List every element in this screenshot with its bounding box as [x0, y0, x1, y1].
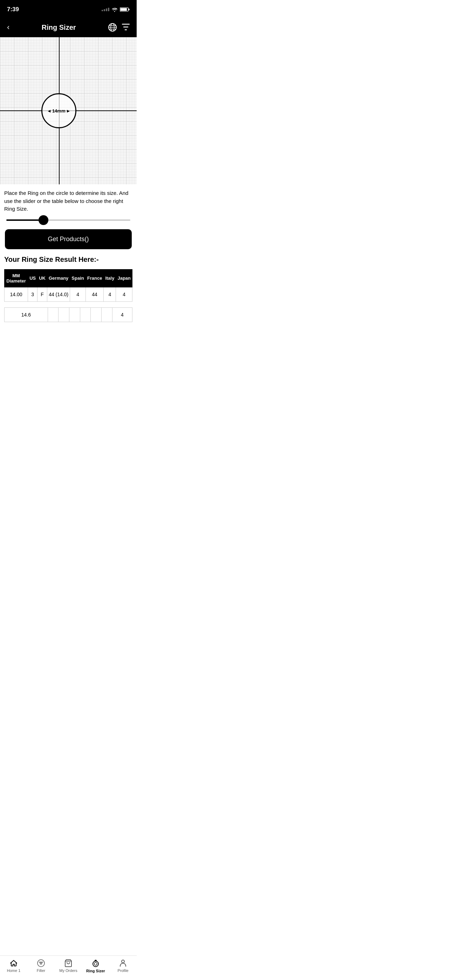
slider-fill	[6, 220, 43, 221]
col-mm: MM Diameter	[5, 269, 28, 287]
table-cell: F	[38, 287, 47, 301]
ring-circle: ◄ 14mm ►	[41, 93, 76, 128]
globe-icon[interactable]	[108, 23, 117, 32]
svg-rect-2	[120, 8, 127, 11]
cell-mm-2: 14.6	[5, 307, 48, 322]
diameter-value: 14mm	[52, 108, 65, 114]
col-spain: Spain	[70, 269, 86, 287]
wifi-icon	[111, 7, 118, 12]
cell-germany-2	[69, 307, 80, 322]
page-content: ◄ 14mm ► Place the Ring on the circle to…	[0, 37, 137, 356]
battery-icon	[120, 7, 130, 12]
signal-icon	[102, 8, 109, 11]
result-section: Your Ring Size Result Here:- MM Diameter…	[0, 256, 137, 307]
status-icons	[102, 7, 130, 12]
table-header-row: MM Diameter US UK Germany Spain France I…	[5, 269, 132, 287]
cell-uk-2	[59, 307, 69, 322]
ring-size-table-2: 14.6 4	[4, 307, 132, 322]
status-time: 7:39	[7, 6, 19, 13]
filter-header-icon[interactable]	[122, 23, 130, 32]
second-row-preview: 14.6 4	[0, 307, 137, 325]
cell-italy-2	[101, 307, 112, 322]
col-germany: Germany	[47, 269, 70, 287]
back-button[interactable]: ‹	[7, 23, 10, 32]
get-products-button[interactable]: Get Products()	[5, 229, 132, 249]
col-uk: UK	[38, 269, 47, 287]
table-cell: 44	[86, 287, 104, 301]
cell-france-2	[91, 307, 102, 322]
ring-sizer-grid: ◄ 14mm ►	[0, 37, 137, 185]
col-italy: Italy	[104, 269, 116, 287]
table-cell: 44 (14.0)	[47, 287, 70, 301]
cell-spain-2	[80, 307, 91, 322]
col-france: France	[86, 269, 104, 287]
app-header: ‹ Ring Sizer	[0, 18, 137, 37]
svg-rect-1	[129, 9, 130, 11]
arrow-right-icon: ►	[66, 108, 70, 114]
header-actions	[108, 23, 130, 32]
result-title: Your Ring Size Result Here:-	[4, 256, 132, 264]
arrow-left-icon: ◄	[47, 108, 51, 114]
table-cell: 3	[28, 287, 38, 301]
cell-japan-2: 4	[112, 307, 132, 322]
slider-track[interactable]	[6, 220, 131, 221]
slider-thumb[interactable]	[38, 215, 48, 225]
ring-size-table: MM Diameter US UK Germany Spain France I…	[4, 269, 132, 302]
cell-us-2	[48, 307, 59, 322]
status-bar: 7:39	[0, 0, 137, 18]
ring-diameter-label: ◄ 14mm ►	[47, 108, 70, 114]
table-cell: 4	[116, 287, 132, 301]
col-us: US	[28, 269, 38, 287]
table-row: 14.003F44 (14.0)44444	[5, 287, 132, 301]
table-cell: 4	[104, 287, 116, 301]
table-cell: 14.00	[5, 287, 28, 301]
col-japan: Japan	[116, 269, 132, 287]
table-cell: 4	[70, 287, 86, 301]
table-row: 14.6 4	[5, 307, 132, 322]
instruction-text: Place the Ring on the circle to determin…	[0, 185, 137, 216]
size-slider-container[interactable]	[0, 216, 137, 226]
page-title: Ring Sizer	[42, 24, 76, 32]
